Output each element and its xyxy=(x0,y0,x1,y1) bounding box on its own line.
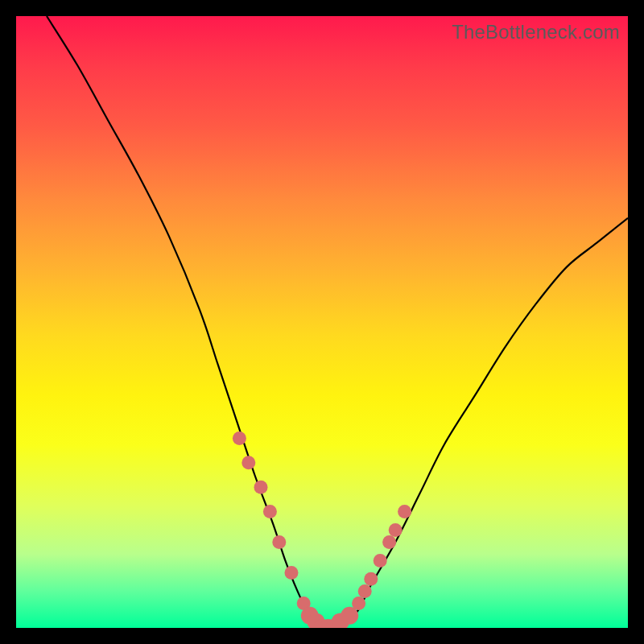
highlight-marker xyxy=(364,572,378,586)
plot-area: TheBottleneck.com xyxy=(16,16,628,628)
highlight-marker xyxy=(374,554,387,568)
bottleneck-curve-path xyxy=(47,16,628,628)
highlight-marker xyxy=(389,523,402,537)
highlight-marker xyxy=(358,584,372,598)
highlight-marker xyxy=(242,456,255,469)
highlight-marker xyxy=(263,505,277,518)
highlight-marker xyxy=(285,566,299,580)
highlight-marker xyxy=(398,505,411,518)
highlight-marker xyxy=(233,431,246,445)
bottleneck-chart-svg xyxy=(16,16,628,628)
highlight-marker xyxy=(272,535,286,549)
chart-frame: TheBottleneck.com xyxy=(16,16,628,628)
highlight-marker xyxy=(254,481,268,494)
highlight-marker xyxy=(382,535,396,549)
marker-group xyxy=(233,431,411,628)
highlight-marker xyxy=(352,597,365,610)
